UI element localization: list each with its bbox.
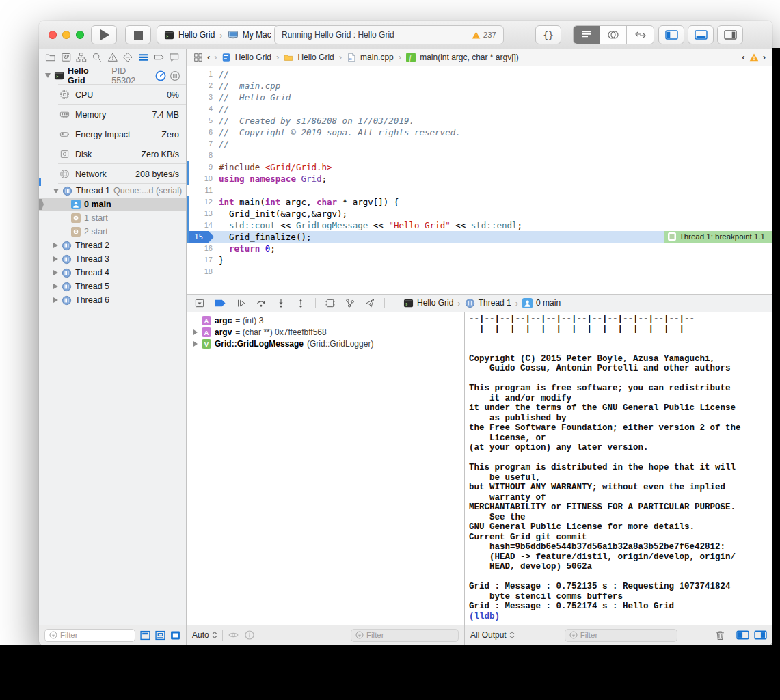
line-number[interactable]: 6 [187, 126, 219, 138]
disclosure-down-icon[interactable] [53, 189, 59, 193]
issue-navigator-tab[interactable] [107, 52, 118, 63]
code-line[interactable]: 4// [187, 103, 772, 115]
jumpbar-crumb-group[interactable]: Hello Grid [297, 53, 334, 62]
toggle-debug-area-button[interactable] [688, 25, 714, 44]
line-number[interactable]: 2 [187, 80, 219, 92]
code-text[interactable]: // main.cpp [219, 80, 772, 92]
line-number[interactable]: 10 [187, 173, 219, 185]
line-number[interactable]: 17 [187, 254, 219, 266]
navigator-filter-field[interactable] [44, 629, 135, 642]
code-text[interactable]: } [219, 254, 772, 266]
zoom-button[interactable] [76, 31, 84, 39]
code-text[interactable]: // [219, 138, 772, 150]
suspend-threads-icon[interactable] [170, 70, 180, 81]
activity-viewer[interactable]: Running Hello Grid : Hello Grid 237 [274, 25, 504, 44]
disclosure-right-icon[interactable] [53, 297, 58, 303]
thread-row[interactable]: Thread 4 [39, 266, 186, 280]
next-issue-button[interactable]: › [763, 52, 766, 62]
code-line[interactable]: 17} [187, 254, 772, 266]
previous-issue-button[interactable]: ‹ [742, 52, 744, 62]
code-text[interactable]: int main(int argc, char * argv[]) { [219, 196, 772, 208]
code-line[interactable]: 1// [187, 68, 772, 80]
breakpoint-hit-badge[interactable]: Thread 1: breakpoint 1.1 [664, 231, 772, 243]
line-number[interactable]: 13 [187, 208, 219, 219]
gauge-row-memory[interactable]: Memory7.4 MB [39, 105, 186, 124]
view-hierarchy-icon[interactable] [325, 298, 336, 308]
disclosure-right-icon[interactable] [53, 256, 58, 262]
clear-console-trash-icon[interactable] [714, 630, 726, 641]
line-number[interactable]: 7 [187, 138, 219, 150]
report-navigator-tab[interactable] [169, 52, 180, 63]
code-line[interactable]: 8 [187, 150, 772, 161]
simulate-location-icon[interactable] [364, 298, 375, 308]
code-line[interactable]: 14 std::cout << GridLogMessage << "Hello… [187, 219, 772, 231]
console-filter-input[interactable] [580, 631, 673, 639]
jumpbar-crumb-file[interactable]: main.cpp [360, 53, 394, 62]
variables-scope-popup[interactable]: Auto [192, 630, 217, 640]
issues-badge[interactable]: 237 [472, 31, 496, 40]
gauge-row-network[interactable]: Network208 bytes/s [39, 164, 186, 184]
debug-crumb-thread[interactable]: Thread 1 [479, 298, 511, 308]
breakpoint-navigator-tab[interactable] [154, 52, 165, 63]
code-line[interactable]: 2// main.cpp [187, 80, 772, 92]
related-items-icon[interactable] [193, 53, 203, 62]
code-line[interactable]: 13 Grid_init(&argc,&argv); [187, 208, 772, 219]
code-review-button[interactable]: {} [535, 25, 561, 44]
continue-icon[interactable] [236, 298, 247, 308]
version-editor-button[interactable] [627, 26, 654, 44]
stack-frame-row[interactable]: 0 main [39, 198, 186, 211]
debug-crumb-frame[interactable]: 0 main [536, 298, 561, 308]
breakpoints-toggle-icon[interactable] [214, 298, 227, 308]
forward-button[interactable]: › [214, 52, 217, 62]
code-line[interactable]: 11 [187, 185, 772, 196]
gauge-row-energy-impact[interactable]: Energy ImpactZero [39, 124, 186, 144]
line-number[interactable]: 9 [187, 161, 219, 173]
info-icon[interactable] [244, 630, 255, 641]
stop-button[interactable] [125, 25, 151, 44]
line-number[interactable]: 12 [187, 196, 219, 208]
assistant-editor-button[interactable] [600, 26, 627, 44]
code-text[interactable]: // [219, 103, 772, 115]
code-line[interactable]: 9#include <Grid/Grid.h> [187, 161, 772, 173]
debug-crumb-process[interactable]: Hello Grid [417, 298, 453, 308]
variables-view[interactable]: Aargc= (int) 3Aargv= (char **) 0x7ffeefb… [187, 312, 465, 625]
navigator-filter-input[interactable] [60, 631, 131, 639]
disclosure-right-icon[interactable] [53, 243, 58, 248]
gauge-row-cpu[interactable]: CPU0% [39, 85, 186, 105]
disclosure-right-icon[interactable] [192, 341, 198, 347]
disclosure-down-icon[interactable] [45, 73, 51, 78]
thread-row[interactable]: Thread 2 [39, 239, 186, 252]
jumpbar-crumb-project[interactable]: Hello Grid [235, 53, 271, 62]
code-text[interactable]: return 0; [219, 243, 772, 254]
line-number[interactable]: 18 [187, 266, 219, 278]
code-text[interactable]: using namespace Grid; [219, 173, 772, 185]
variable-row[interactable]: Aargv= (char **) 0x7ffeefbff568 [187, 327, 464, 338]
code-line[interactable]: 12int main(int argc, char * argv[]) { [187, 196, 772, 208]
project-navigator-tab[interactable] [45, 52, 56, 63]
variables-filter-field[interactable] [351, 629, 459, 642]
run-button[interactable] [91, 25, 117, 44]
code-text[interactable]: // Created by s1786208 on 17/03/2019. [219, 115, 772, 126]
hide-debug-area-icon[interactable] [194, 298, 205, 308]
code-line[interactable]: 3// Hello Grid [187, 92, 772, 103]
quicklook-eye-icon[interactable] [228, 630, 239, 641]
console-filter-field[interactable] [565, 629, 677, 642]
toggle-inspector-button[interactable] [717, 25, 743, 44]
thread-row[interactable]: Thread 6 [39, 293, 186, 307]
variables-filter-input[interactable] [366, 631, 454, 639]
scheme-selector[interactable]: Hello Grid › My Mac [157, 25, 279, 44]
breakpoint-arrow-badge[interactable]: 15 [189, 231, 214, 243]
thread-row[interactable]: Thread 1Queue:...d (serial) [39, 184, 186, 198]
line-number[interactable]: 14 [187, 219, 219, 231]
code-line[interactable]: 7// [187, 138, 772, 150]
close-button[interactable] [49, 31, 57, 39]
code-text[interactable]: Grid_init(&argc,&argv); [219, 208, 772, 219]
source-editor[interactable]: 1//2// main.cpp3// Hello Grid4//5// Crea… [187, 66, 772, 294]
code-text[interactable] [219, 266, 772, 278]
line-number[interactable]: 4 [187, 103, 219, 115]
line-number[interactable]: 16 [187, 243, 219, 254]
disclosure-right-icon[interactable] [53, 270, 58, 275]
variable-row[interactable]: VGrid::GridLogMessage(Grid::GridLogger) [187, 338, 464, 350]
console-prompt-line[interactable]: (lldb) [469, 612, 772, 622]
filter-crashed-threads-icon[interactable] [155, 630, 165, 641]
